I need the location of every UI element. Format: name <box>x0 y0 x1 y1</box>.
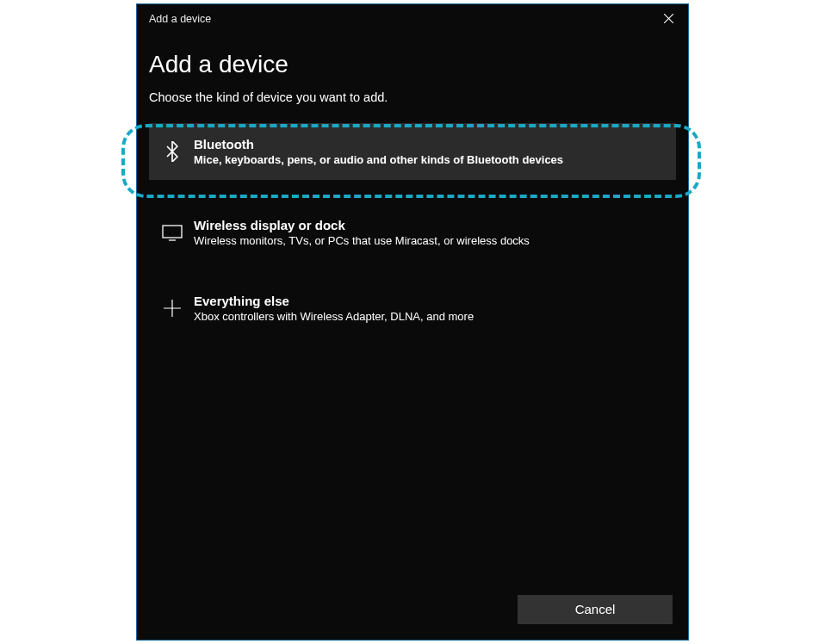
option-wireless-display[interactable]: Wireless display or dock Wireless monito… <box>149 206 676 259</box>
page-subtitle: Choose the kind of device you want to ad… <box>149 90 676 104</box>
titlebar: Add a device <box>137 4 688 34</box>
close-icon <box>664 11 673 27</box>
option-text: Bluetooth Mice, keyboards, pens, or audi… <box>187 137 563 166</box>
option-desc: Wireless monitors, TVs, or PCs that use … <box>194 234 530 247</box>
titlebar-title: Add a device <box>149 13 648 25</box>
monitor-icon <box>158 224 187 241</box>
dialog-footer: Cancel <box>518 595 673 624</box>
bluetooth-icon <box>158 141 187 162</box>
option-text: Wireless display or dock Wireless monito… <box>187 218 530 247</box>
option-bluetooth[interactable]: Bluetooth Mice, keyboards, pens, or audi… <box>149 123 676 180</box>
option-title: Everything else <box>194 294 474 308</box>
option-desc: Xbox controllers with Wireless Adapter, … <box>194 310 474 323</box>
svg-rect-0 <box>163 226 182 238</box>
option-everything-else[interactable]: Everything else Xbox controllers with Wi… <box>149 282 676 335</box>
page-heading: Add a device <box>149 51 676 78</box>
cancel-button[interactable]: Cancel <box>518 595 673 624</box>
dialog-content: Add a device Choose the kind of device y… <box>137 34 688 335</box>
option-text: Everything else Xbox controllers with Wi… <box>187 294 474 323</box>
device-options-list: Bluetooth Mice, keyboards, pens, or audi… <box>149 123 676 335</box>
plus-icon <box>158 299 187 318</box>
option-title: Wireless display or dock <box>194 218 530 232</box>
close-button[interactable] <box>648 4 688 34</box>
option-title: Bluetooth <box>194 137 563 152</box>
add-device-dialog: Add a device Add a device Choose the kin… <box>136 3 689 641</box>
option-desc: Mice, keyboards, pens, or audio and othe… <box>194 153 563 166</box>
